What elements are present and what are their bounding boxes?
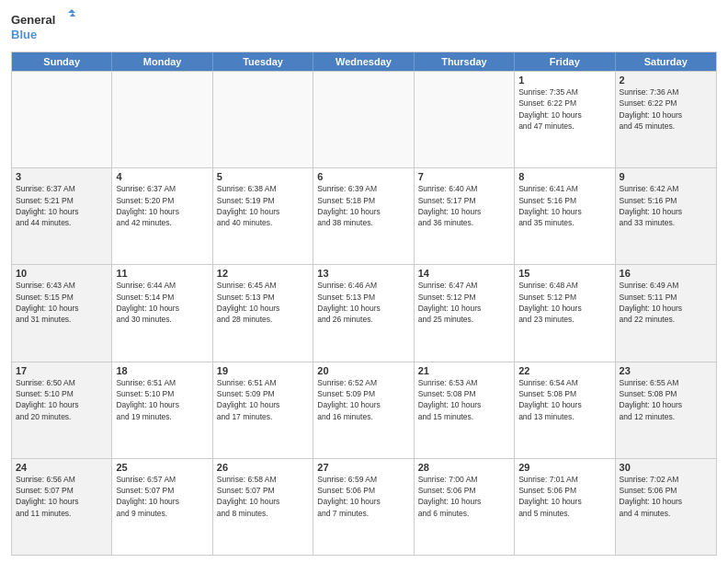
calendar-header: SundayMondayTuesdayWednesdayThursdayFrid…	[12, 52, 716, 71]
day-number: 6	[317, 171, 409, 182]
day-number: 12	[217, 268, 309, 279]
cal-cell-1-1: 4Sunrise: 6:37 AMSunset: 5:20 PMDaylight…	[112, 168, 212, 264]
header-cell-thursday: Thursday	[415, 52, 515, 71]
cal-cell-2-2: 12Sunrise: 6:45 AMSunset: 5:13 PMDayligh…	[213, 265, 313, 361]
svg-marker-3	[70, 13, 75, 17]
cal-row-4: 24Sunrise: 6:56 AMSunset: 5:07 PMDayligh…	[12, 458, 716, 555]
day-number: 10	[16, 268, 108, 279]
day-info: Sunrise: 7:35 AMSunset: 6:22 PMDaylight:…	[518, 86, 610, 132]
cal-cell-1-5: 8Sunrise: 6:41 AMSunset: 5:16 PMDaylight…	[515, 168, 615, 264]
day-number: 25	[116, 462, 208, 473]
day-info: Sunrise: 6:37 AMSunset: 5:20 PMDaylight:…	[116, 183, 208, 228]
day-number: 15	[518, 268, 610, 279]
day-number: 11	[116, 268, 208, 279]
header: General Blue	[11, 9, 717, 46]
day-number: 14	[418, 268, 510, 279]
day-number: 2	[620, 75, 712, 86]
day-info: Sunrise: 7:02 AMSunset: 5:06 PMDaylight:…	[620, 474, 712, 519]
day-number: 29	[518, 462, 610, 473]
day-info: Sunrise: 6:51 AMSunset: 5:09 PMDaylight:…	[217, 377, 309, 422]
day-number: 27	[317, 462, 409, 473]
day-info: Sunrise: 6:37 AMSunset: 5:21 PMDaylight:…	[16, 183, 108, 228]
calendar-body: 1Sunrise: 7:35 AMSunset: 6:22 PMDaylight…	[12, 71, 716, 555]
header-cell-saturday: Saturday	[616, 52, 716, 71]
header-cell-tuesday: Tuesday	[213, 52, 313, 71]
cal-cell-2-0: 10Sunrise: 6:43 AMSunset: 5:15 PMDayligh…	[12, 265, 112, 361]
day-number: 5	[217, 171, 309, 182]
cal-cell-1-0: 3Sunrise: 6:37 AMSunset: 5:21 PMDaylight…	[12, 168, 112, 264]
day-number: 24	[16, 462, 108, 473]
logo-svg: General Blue	[11, 9, 75, 46]
page: General Blue SundayMondayTuesdayWednesda…	[0, 0, 728, 563]
cal-row-0: 1Sunrise: 7:35 AMSunset: 6:22 PMDaylight…	[12, 71, 716, 167]
day-info: Sunrise: 7:36 AMSunset: 6:22 PMDaylight:…	[620, 86, 712, 132]
day-info: Sunrise: 6:51 AMSunset: 5:10 PMDaylight:…	[116, 377, 208, 422]
cal-cell-1-2: 5Sunrise: 6:38 AMSunset: 5:19 PMDaylight…	[213, 168, 313, 264]
day-number: 16	[620, 268, 712, 279]
cal-cell-3-1: 18Sunrise: 6:51 AMSunset: 5:10 PMDayligh…	[112, 362, 212, 458]
day-info: Sunrise: 6:57 AMSunset: 5:07 PMDaylight:…	[116, 474, 208, 519]
day-number: 9	[620, 171, 712, 182]
day-number: 8	[518, 171, 610, 182]
cal-cell-3-3: 20Sunrise: 6:52 AMSunset: 5:09 PMDayligh…	[313, 362, 414, 458]
svg-text:General: General	[11, 13, 55, 27]
cal-cell-3-2: 19Sunrise: 6:51 AMSunset: 5:09 PMDayligh…	[213, 362, 313, 458]
day-number: 13	[317, 268, 409, 279]
cal-cell-0-3	[313, 72, 414, 167]
day-info: Sunrise: 6:46 AMSunset: 5:13 PMDaylight:…	[317, 280, 409, 325]
day-number: 30	[620, 462, 712, 473]
cal-cell-2-3: 13Sunrise: 6:46 AMSunset: 5:13 PMDayligh…	[313, 265, 414, 361]
day-info: Sunrise: 6:59 AMSunset: 5:06 PMDaylight:…	[317, 474, 409, 519]
day-info: Sunrise: 7:00 AMSunset: 5:06 PMDaylight:…	[418, 474, 510, 519]
day-info: Sunrise: 6:45 AMSunset: 5:13 PMDaylight:…	[217, 280, 309, 325]
day-info: Sunrise: 7:01 AMSunset: 5:06 PMDaylight:…	[518, 474, 610, 519]
cal-cell-3-5: 22Sunrise: 6:54 AMSunset: 5:08 PMDayligh…	[515, 362, 615, 458]
cal-cell-1-4: 7Sunrise: 6:40 AMSunset: 5:17 PMDaylight…	[415, 168, 515, 264]
day-info: Sunrise: 6:55 AMSunset: 5:08 PMDaylight:…	[620, 377, 712, 422]
day-info: Sunrise: 6:54 AMSunset: 5:08 PMDaylight:…	[518, 377, 610, 422]
day-info: Sunrise: 6:56 AMSunset: 5:07 PMDaylight:…	[16, 474, 108, 519]
day-info: Sunrise: 6:49 AMSunset: 5:11 PMDaylight:…	[620, 280, 712, 325]
cal-cell-0-6: 2Sunrise: 7:36 AMSunset: 6:22 PMDaylight…	[616, 72, 716, 167]
day-info: Sunrise: 6:39 AMSunset: 5:18 PMDaylight:…	[317, 183, 409, 228]
cal-cell-4-3: 27Sunrise: 6:59 AMSunset: 5:06 PMDayligh…	[313, 459, 414, 555]
cal-cell-1-6: 9Sunrise: 6:42 AMSunset: 5:16 PMDaylight…	[616, 168, 716, 264]
day-info: Sunrise: 6:52 AMSunset: 5:09 PMDaylight:…	[317, 377, 409, 422]
cal-cell-0-4	[415, 72, 515, 167]
day-info: Sunrise: 6:42 AMSunset: 5:16 PMDaylight:…	[620, 183, 712, 228]
cal-cell-2-5: 15Sunrise: 6:48 AMSunset: 5:12 PMDayligh…	[515, 265, 615, 361]
header-cell-monday: Monday	[112, 52, 212, 71]
cal-cell-2-1: 11Sunrise: 6:44 AMSunset: 5:14 PMDayligh…	[112, 265, 212, 361]
cal-cell-0-0	[12, 72, 112, 167]
day-number: 26	[217, 462, 309, 473]
day-info: Sunrise: 6:48 AMSunset: 5:12 PMDaylight:…	[518, 280, 610, 325]
day-number: 22	[518, 365, 610, 376]
cal-cell-0-5: 1Sunrise: 7:35 AMSunset: 6:22 PMDaylight…	[515, 72, 615, 167]
cal-cell-0-1	[112, 72, 212, 167]
calendar: SundayMondayTuesdayWednesdayThursdayFrid…	[11, 52, 717, 556]
day-info: Sunrise: 6:53 AMSunset: 5:08 PMDaylight:…	[418, 377, 510, 422]
day-number: 19	[217, 365, 309, 376]
day-info: Sunrise: 6:38 AMSunset: 5:19 PMDaylight:…	[217, 183, 309, 228]
day-number: 21	[418, 365, 510, 376]
cal-cell-0-2	[213, 72, 313, 167]
cal-cell-3-4: 21Sunrise: 6:53 AMSunset: 5:08 PMDayligh…	[415, 362, 515, 458]
day-number: 4	[116, 171, 208, 182]
header-cell-sunday: Sunday	[12, 52, 112, 71]
header-cell-wednesday: Wednesday	[313, 52, 414, 71]
cal-row-2: 10Sunrise: 6:43 AMSunset: 5:15 PMDayligh…	[12, 264, 716, 361]
cal-cell-4-1: 25Sunrise: 6:57 AMSunset: 5:07 PMDayligh…	[112, 459, 212, 555]
cal-cell-1-3: 6Sunrise: 6:39 AMSunset: 5:18 PMDaylight…	[313, 168, 414, 264]
header-cell-friday: Friday	[515, 52, 615, 71]
day-info: Sunrise: 6:40 AMSunset: 5:17 PMDaylight:…	[418, 183, 510, 228]
day-info: Sunrise: 6:50 AMSunset: 5:10 PMDaylight:…	[16, 377, 108, 422]
day-info: Sunrise: 6:41 AMSunset: 5:16 PMDaylight:…	[518, 183, 610, 228]
cal-row-3: 17Sunrise: 6:50 AMSunset: 5:10 PMDayligh…	[12, 362, 716, 458]
day-info: Sunrise: 6:58 AMSunset: 5:07 PMDaylight:…	[217, 474, 309, 519]
logo: General Blue	[11, 9, 75, 46]
day-number: 3	[16, 171, 108, 182]
cal-cell-2-4: 14Sunrise: 6:47 AMSunset: 5:12 PMDayligh…	[415, 265, 515, 361]
day-number: 7	[418, 171, 510, 182]
cal-row-1: 3Sunrise: 6:37 AMSunset: 5:21 PMDaylight…	[12, 167, 716, 264]
svg-marker-2	[68, 9, 75, 13]
